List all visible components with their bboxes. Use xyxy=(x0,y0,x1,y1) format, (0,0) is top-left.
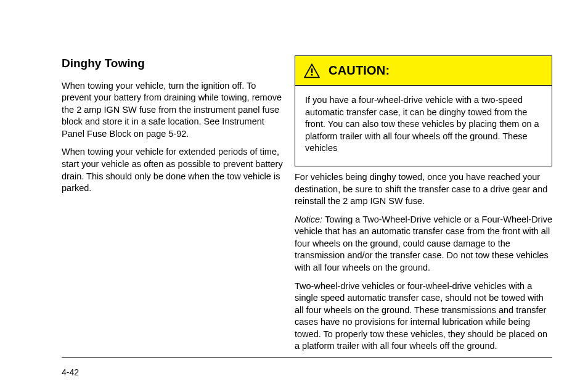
dinghy-towing-heading: Dinghy Towing xyxy=(62,55,284,71)
right-paragraph-text: Notice: xyxy=(295,214,325,224)
caution-body: If you have a four-wheel-drive vehicle w… xyxy=(295,86,552,166)
right-paragraph-text: For vehicles being dinghy towed, once yo… xyxy=(295,172,547,206)
caution-title: CAUTION: xyxy=(329,63,390,78)
right-paragraph-text: Towing a Two-Wheel-Drive vehicle or a Fo… xyxy=(295,214,552,272)
page-footer-rule xyxy=(62,357,552,358)
right-paragraph-1: For vehicles being dinghy towed, once yo… xyxy=(295,171,552,208)
svg-rect-1 xyxy=(311,68,313,73)
left-paragraph-1: When towing your vehicle, turn the ignit… xyxy=(62,80,284,141)
caution-box: CAUTION: If you have a four-wheel-drive … xyxy=(295,55,552,166)
caution-header: CAUTION: xyxy=(295,56,552,86)
svg-rect-2 xyxy=(311,73,313,75)
page-number: 4-42 xyxy=(62,367,79,377)
right-paragraph-3: Two-wheel-drive vehicles or four-wheel-d… xyxy=(295,280,552,353)
right-paragraph-2: Notice: Towing a Two-Wheel-Drive vehicle… xyxy=(295,214,552,274)
right-column-below: For vehicles being dinghy towed, once yo… xyxy=(295,171,552,359)
warning-triangle-icon xyxy=(304,63,320,78)
left-column: Dinghy Towing When towing your vehicle, … xyxy=(62,55,284,201)
right-paragraph-text: Two-wheel-drive vehicles or four-wheel-d… xyxy=(295,281,547,351)
caution-body-text: If you have a four-wheel-drive vehicle w… xyxy=(305,95,539,153)
left-paragraph-2: When towing your vehicle for extended pe… xyxy=(62,146,284,194)
